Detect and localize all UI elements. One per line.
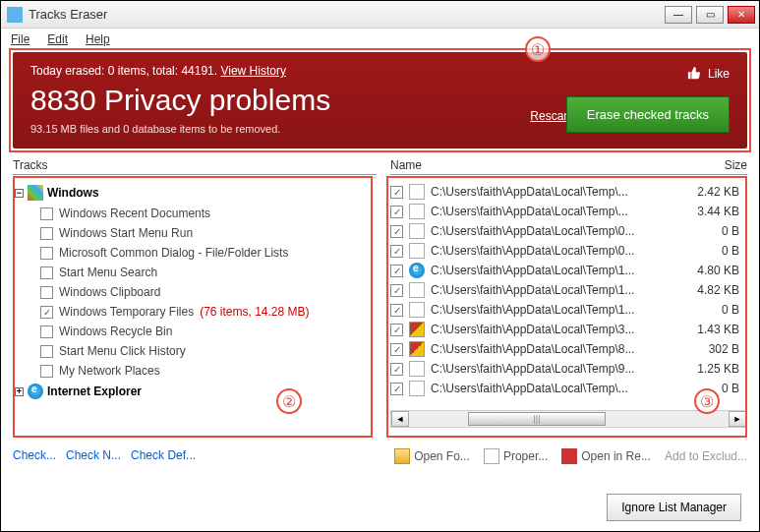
tree-item[interactable]: My Network Places (40, 361, 377, 381)
checkbox[interactable] (40, 345, 53, 358)
checkbox[interactable]: ✓ (390, 225, 403, 238)
view-history-link[interactable]: View History (220, 64, 285, 78)
file-size: 4.80 KB (688, 264, 747, 277)
scroll-thumb[interactable]: ||| (468, 412, 606, 426)
tree-item[interactable]: Start Menu Search (40, 263, 377, 282)
tracks-header: Tracks (13, 156, 377, 175)
collapse-icon[interactable]: − (15, 189, 24, 198)
file-row[interactable]: ✓C:\Users\faith\AppData\Local\Temp\1...4… (390, 261, 747, 280)
scroll-track[interactable]: ||| (409, 412, 729, 426)
banner-summary-text: Today erased: 0 items, total: 44191. (30, 64, 220, 78)
group-ie-label: Internet Explorer (47, 384, 142, 398)
tracks-tree: − Windows Windows Recent DocumentsWindow… (13, 177, 377, 441)
menu-help[interactable]: Help (86, 32, 110, 46)
files-header: Name Size (390, 156, 747, 175)
file-path: C:\Users\faith\AppData\Local\Temp\9... (431, 362, 682, 376)
ignore-list-manager-button[interactable]: Ignore List Manager (607, 494, 741, 521)
file-path: C:\Users\faith\AppData\Local\Temp\1... (431, 264, 682, 277)
file-row[interactable]: ✓C:\Users\faith\AppData\Local\Temp\1...0… (390, 300, 747, 320)
checkbox[interactable] (40, 325, 53, 338)
checkbox[interactable] (40, 286, 53, 299)
tree-item[interactable]: Start Menu Click History (40, 341, 377, 361)
bottom-toolbar: Check... Check N... Check Def... Open Fo… (1, 441, 759, 464)
tree-item-label: Windows Temporary Files (59, 305, 194, 319)
tree-item-label: Windows Recycle Bin (59, 325, 172, 338)
checkbox[interactable] (40, 266, 53, 279)
like-control[interactable]: Like (687, 66, 730, 81)
checkbox[interactable] (40, 207, 53, 220)
tree-item[interactable]: Windows Clipboard (40, 282, 377, 302)
file-row[interactable]: ✓C:\Users\faith\AppData\Local\Temp\1...4… (390, 280, 747, 300)
file-icon (409, 223, 425, 239)
horizontal-scrollbar[interactable]: ◄ ||| ► (390, 410, 747, 428)
file-path: C:\Users\faith\AppData\Local\Temp\1... (431, 303, 682, 317)
scroll-left-button[interactable]: ◄ (391, 411, 409, 427)
checkbox[interactable]: ✓ (390, 245, 403, 258)
check-def-link[interactable]: Check Def... (131, 448, 196, 464)
menu-file[interactable]: File (11, 32, 29, 46)
file-row[interactable]: ✓C:\Users\faith\AppData\Local\Temp\8...3… (390, 339, 747, 359)
checkbox[interactable]: ✓ (390, 343, 403, 356)
file-list: ✓C:\Users\faith\AppData\Local\Temp\...2.… (390, 182, 747, 410)
checkbox[interactable]: ✓ (40, 306, 53, 319)
col-name-label[interactable]: Name (390, 158, 422, 172)
tree-item[interactable]: ✓Windows Temporary Files(76 items, 14.28… (40, 302, 377, 322)
checkbox[interactable]: ✓ (390, 206, 403, 218)
tree-group-windows[interactable]: − Windows (13, 182, 377, 204)
tree-item-extra: (76 items, 14.28 MB) (200, 305, 309, 319)
check-n-link[interactable]: Check N... (66, 448, 121, 464)
file-row[interactable]: ✓C:\Users\faith\AppData\Local\Temp\...2.… (390, 182, 747, 202)
files-pane: ✓C:\Users\faith\AppData\Local\Temp\...2.… (390, 177, 747, 441)
close-button[interactable]: ✕ (728, 6, 755, 24)
checkbox[interactable]: ✓ (390, 363, 403, 376)
maximize-button[interactable]: ▭ (696, 6, 724, 24)
minimize-button[interactable]: — (665, 6, 692, 24)
checkbox[interactable]: ✓ (390, 186, 403, 199)
tree-item-label: Start Menu Search (59, 266, 157, 279)
file-path: C:\Users\faith\AppData\Local\Temp\... (431, 205, 682, 218)
checkbox[interactable]: ✓ (390, 284, 403, 297)
tree-item[interactable]: Windows Recycle Bin (40, 322, 377, 341)
rescan-link[interactable]: Rescan (530, 109, 570, 123)
scroll-right-button[interactable]: ► (729, 411, 746, 427)
file-row[interactable]: ✓C:\Users\faith\AppData\Local\Temp\...3.… (390, 202, 747, 221)
file-row[interactable]: ✓C:\Users\faith\AppData\Local\Temp\0...0… (390, 221, 747, 241)
check-link[interactable]: Check... (13, 448, 56, 464)
open-folder-label: Open Fo... (414, 449, 470, 463)
open-in-re-action[interactable]: Open in Re... (561, 448, 651, 464)
folder-icon (394, 448, 410, 464)
open-folder-action[interactable]: Open Fo... (394, 448, 470, 464)
open-in-re-label: Open in Re... (581, 449, 651, 463)
properties-action[interactable]: Proper... (484, 448, 548, 464)
expand-icon[interactable]: + (15, 387, 24, 396)
file-row[interactable]: ✓C:\Users\faith\AppData\Local\Temp\...0 … (390, 379, 747, 398)
menu-edit[interactable]: Edit (47, 32, 68, 46)
file-icon (409, 381, 425, 396)
tracks-header-label: Tracks (13, 158, 48, 172)
thumb-up-icon (687, 66, 701, 80)
add-exclude-action[interactable]: Add to Exclud... (665, 449, 747, 463)
file-row[interactable]: ✓C:\Users\faith\AppData\Local\Temp\3...1… (390, 320, 747, 339)
tree-item[interactable]: Windows Recent Documents (40, 204, 377, 223)
file-row[interactable]: ✓C:\Users\faith\AppData\Local\Temp\9...1… (390, 359, 747, 379)
erase-button[interactable]: Erase checked tracks (566, 96, 730, 133)
checkbox[interactable]: ✓ (390, 383, 403, 395)
check-links: Check... Check N... Check Def... (13, 448, 196, 464)
pic-icon (409, 341, 425, 357)
file-row[interactable]: ✓C:\Users\faith\AppData\Local\Temp\0...0… (390, 241, 747, 261)
tree-item[interactable]: Windows Start Menu Run (40, 223, 377, 243)
checkbox[interactable]: ✓ (390, 304, 403, 317)
file-size: 302 B (688, 342, 747, 356)
checkbox[interactable] (40, 247, 53, 260)
checkbox[interactable]: ✓ (390, 324, 403, 336)
tree-group-ie[interactable]: + Internet Explorer (13, 381, 377, 402)
tree-item[interactable]: Microsoft Common Dialog - File/Folder Li… (40, 243, 377, 263)
checkbox[interactable]: ✓ (390, 265, 403, 277)
window-controls: — ▭ ✕ (665, 6, 755, 24)
file-size: 2.42 KB (688, 185, 747, 199)
col-size-label[interactable]: Size (725, 158, 747, 172)
checkbox[interactable] (40, 365, 53, 378)
ie-icon (28, 384, 43, 399)
file-size: 4.82 KB (688, 283, 747, 297)
checkbox[interactable] (40, 227, 53, 240)
